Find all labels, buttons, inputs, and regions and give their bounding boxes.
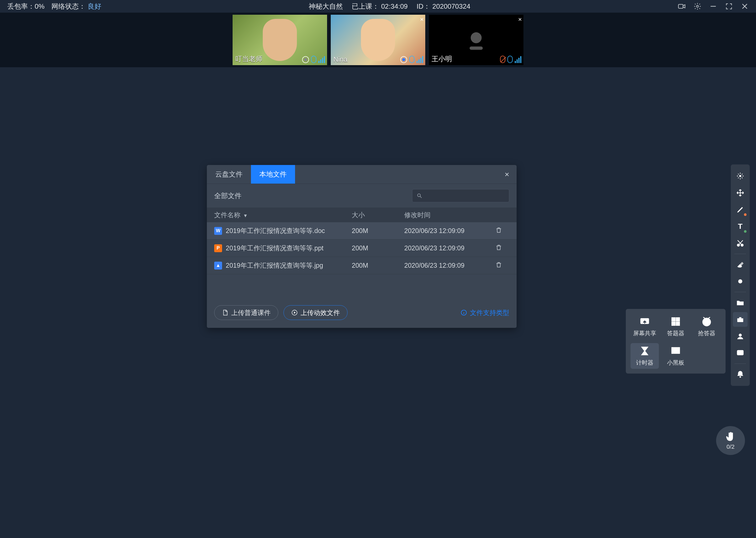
search-icon [417, 192, 422, 199]
file-name: 2019年工作汇报情况查询等等.doc [226, 227, 325, 235]
tool-record[interactable] [733, 274, 748, 289]
tool-quiz[interactable]: 答题器 [661, 314, 690, 340]
file-type-icon: ▲ [214, 262, 222, 270]
top-status-bar: 丢包率：0% 网络状态：良好 神秘大自然 已上课：02:34:09 ID：202… [0, 0, 756, 13]
tool-laser[interactable] [733, 169, 748, 183]
play-icon [291, 309, 298, 316]
delete-button[interactable] [488, 227, 509, 235]
svg-rect-6 [470, 46, 483, 50]
volume-bars-icon [318, 56, 325, 63]
tool-user[interactable] [733, 329, 748, 344]
file-dialog: 云盘文件 本地文件 × 全部文件 文件名称▼ 大小 修改时间 W2019年工作汇… [207, 165, 517, 328]
mic-muted-icon [500, 56, 505, 63]
svg-line-8 [420, 196, 422, 198]
file-size: 200M [352, 244, 404, 252]
video-tile[interactable]: × 王小明 [429, 15, 523, 65]
volume-bars-icon [417, 56, 423, 63]
svg-rect-16 [672, 322, 675, 325]
tool-text[interactable]: T [733, 219, 748, 234]
mic-icon [507, 56, 513, 63]
network-status: 网络状态：良好 [51, 2, 101, 11]
svg-point-29 [739, 352, 739, 353]
camera-status-icon [400, 56, 407, 63]
mic-icon [311, 56, 316, 63]
svg-point-30 [740, 352, 741, 353]
sidebar-tools: T [731, 164, 750, 386]
minimize-icon[interactable] [709, 2, 717, 10]
supported-types-link[interactable]: 文件支持类型 [460, 308, 509, 317]
tool-eraser[interactable] [733, 257, 748, 272]
camera-icon[interactable] [678, 2, 685, 10]
svg-text:2+3: 2+3 [673, 349, 679, 353]
table-row[interactable]: W2019年工作汇报情况查询等等.doc 200M 2020/06/23 12:… [207, 222, 517, 240]
upload-dynamic-button[interactable]: 上传动效文件 [283, 305, 348, 320]
dialog-close-icon[interactable]: × [502, 170, 511, 179]
tool-timer[interactable]: 计时器 [631, 343, 659, 369]
table-header: 文件名称▼ 大小 修改时间 [207, 207, 517, 222]
packet-loss: 丢包率：0% [7, 2, 45, 11]
file-mtime: 2020/06/23 12:09:09 [404, 244, 488, 252]
volume-bars-icon [515, 56, 521, 63]
tools-popover: 屏幕共享 答题器 抢答器 计时器 2+3 小黑板 [626, 309, 726, 374]
video-tile[interactable]: × Nina [331, 15, 425, 65]
svg-rect-15 [676, 318, 680, 321]
col-mtime[interactable]: 修改时间 [404, 211, 488, 219]
folder-title: 全部文件 [214, 191, 242, 200]
elapsed-time: 已上课：02:34:09 [352, 2, 408, 11]
fullscreen-icon[interactable] [725, 2, 733, 10]
session-id: ID：2020070324 [417, 2, 470, 11]
file-name: 2019年工作汇报情况查询等等.ppt [226, 244, 323, 252]
participant-name: 王小明 [432, 54, 452, 64]
camera-off-icon [463, 27, 489, 53]
close-icon[interactable]: × [518, 16, 522, 23]
file-size: 200M [352, 262, 404, 269]
search-input[interactable] [412, 189, 509, 202]
tool-folder[interactable] [733, 295, 748, 310]
tool-move[interactable] [733, 186, 748, 200]
main-area: 云盘文件 本地文件 × 全部文件 文件名称▼ 大小 修改时间 W2019年工作汇… [0, 67, 756, 538]
svg-point-32 [739, 376, 741, 378]
tool-blackboard[interactable]: 2+3 小黑板 [661, 343, 690, 369]
table-row[interactable]: ▲2019年工作汇报情况查询等等.jpg 200M 2020/06/23 12:… [207, 257, 517, 274]
table-row[interactable]: P2019年工作汇报情况查询等等.ppt 200M 2020/06/23 12:… [207, 240, 517, 257]
badge-icon [744, 213, 746, 216]
tab-local-files[interactable]: 本地文件 [251, 165, 295, 184]
tool-toolbox[interactable] [733, 312, 748, 327]
col-name[interactable]: 文件名称▼ [214, 211, 352, 219]
close-icon[interactable]: × [420, 16, 424, 23]
mic-icon [409, 56, 414, 63]
svg-point-1 [696, 5, 698, 7]
tool-bell[interactable] [733, 367, 748, 382]
file-name: 2019年工作汇报情况查询等等.jpg [226, 261, 323, 270]
tool-pen[interactable] [733, 202, 748, 217]
participant-name: Nina [333, 55, 347, 64]
close-icon[interactable] [741, 2, 749, 10]
svg-point-25 [738, 280, 742, 283]
settings-icon[interactable] [693, 2, 701, 10]
file-mtime: 2020/06/23 12:09:09 [404, 227, 488, 235]
raise-hand-fab[interactable]: 0/2 [716, 426, 745, 455]
video-strip: 叮当老师 × Nina × 王小明 [0, 13, 756, 67]
file-size: 200M [352, 227, 404, 235]
svg-point-27 [739, 334, 741, 337]
class-title: 神秘大自然 [309, 2, 343, 11]
camera-status-icon [302, 56, 309, 63]
tool-screen-share[interactable]: 屏幕共享 [631, 314, 659, 340]
delete-button[interactable] [488, 244, 509, 252]
svg-rect-17 [676, 322, 680, 325]
file-icon [222, 309, 229, 316]
tool-scissors[interactable] [733, 236, 748, 250]
delete-button[interactable] [488, 261, 509, 270]
svg-point-21 [739, 175, 741, 177]
upload-normal-button[interactable]: 上传普通课件 [214, 305, 278, 320]
video-tile[interactable]: 叮当老师 [233, 15, 327, 65]
tool-buzzer[interactable]: 抢答器 [692, 314, 721, 340]
col-size[interactable]: 大小 [352, 211, 404, 219]
raise-hand-count: 0/2 [727, 444, 735, 450]
tool-chat[interactable] [733, 346, 748, 360]
svg-rect-0 [679, 4, 683, 8]
svg-text:T: T [738, 222, 742, 230]
tab-cloud-files[interactable]: 云盘文件 [207, 165, 251, 184]
file-type-icon: W [214, 227, 222, 235]
sort-icon: ▼ [243, 213, 248, 218]
